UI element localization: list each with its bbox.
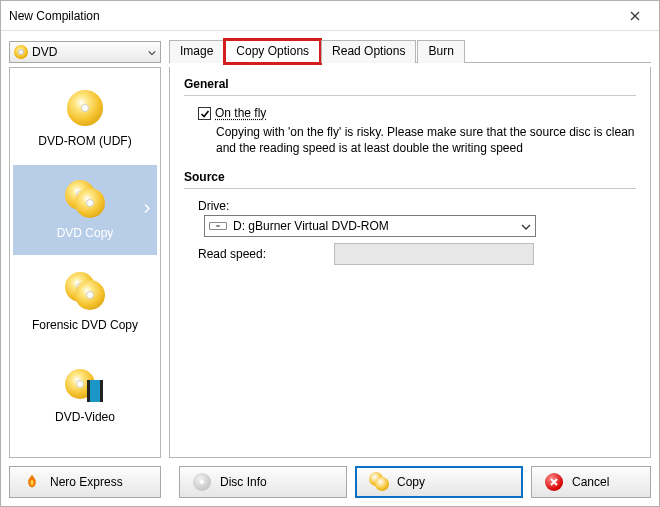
button-label: Copy	[397, 475, 425, 489]
disc-icon	[14, 45, 28, 59]
chevron-down-icon	[521, 219, 531, 233]
chevron-down-icon	[148, 45, 156, 59]
flame-icon	[22, 472, 42, 492]
disc-info-icon	[192, 472, 212, 492]
tab-image[interactable]: Image	[169, 40, 224, 63]
button-label: Disc Info	[220, 475, 267, 489]
drive-label: Drive:	[198, 199, 288, 213]
on-the-fly-checkbox[interactable]	[198, 107, 211, 120]
compilation-sidebar: DVD-ROM (UDF) DVD Copy Forensic DVD Copy…	[9, 67, 161, 458]
drive-icon	[209, 222, 227, 230]
compilation-type-label: DVD	[32, 45, 144, 59]
disc-double-icon	[65, 180, 105, 220]
on-the-fly-label: On the fly	[215, 106, 266, 120]
copy-button[interactable]: Copy	[355, 466, 523, 498]
tab-copy-options[interactable]: Copy Options	[225, 40, 320, 63]
sidebar-item-dvd-rom-udf[interactable]: DVD-ROM (UDF)	[13, 73, 157, 163]
divider	[184, 95, 636, 96]
read-speed-select[interactable]	[334, 243, 534, 265]
sidebar-item-label: DVD Copy	[57, 226, 114, 240]
window-title: New Compilation	[9, 9, 619, 23]
button-label: Nero Express	[50, 475, 123, 489]
nero-express-button[interactable]: Nero Express	[9, 466, 161, 498]
chevron-right-icon	[143, 203, 151, 218]
disc-icon	[65, 88, 105, 128]
cancel-icon	[544, 472, 564, 492]
disc-video-icon	[65, 364, 105, 404]
cancel-button[interactable]: Cancel	[531, 466, 651, 498]
footer: Nero Express Disc Info Copy Cancel	[9, 466, 651, 498]
drive-value: D: gBurner Virtual DVD-ROM	[233, 219, 515, 233]
section-general-heading: General	[184, 77, 636, 91]
sidebar-item-dvd-video[interactable]: DVD-Video	[13, 349, 157, 439]
button-label: Cancel	[572, 475, 609, 489]
copy-icon	[369, 472, 389, 492]
section-source-heading: Source	[184, 170, 636, 184]
compilation-type-select[interactable]: DVD	[9, 41, 161, 63]
sidebar-item-label: DVD-ROM (UDF)	[38, 134, 131, 148]
tab-burn[interactable]: Burn	[417, 40, 464, 63]
tab-bar: Image Copy Options Read Options Burn	[169, 39, 651, 63]
on-the-fly-note: Copying with 'on the fly' is risky. Plea…	[216, 124, 636, 156]
sidebar-item-label: DVD-Video	[55, 410, 115, 424]
content-panel: General On the fly Copying with 'on the …	[169, 67, 651, 458]
sidebar-item-label: Forensic DVD Copy	[32, 318, 138, 332]
sidebar-item-forensic-dvd-copy[interactable]: Forensic DVD Copy	[13, 257, 157, 347]
sidebar-item-dvd-copy[interactable]: DVD Copy	[13, 165, 157, 255]
read-speed-label: Read speed:	[198, 247, 288, 261]
titlebar: New Compilation	[1, 1, 659, 31]
drive-select[interactable]: D: gBurner Virtual DVD-ROM	[204, 215, 536, 237]
tab-read-options[interactable]: Read Options	[321, 40, 416, 63]
divider	[184, 188, 636, 189]
close-button[interactable]	[619, 4, 651, 28]
disc-double-icon	[65, 272, 105, 312]
disc-info-button[interactable]: Disc Info	[179, 466, 347, 498]
